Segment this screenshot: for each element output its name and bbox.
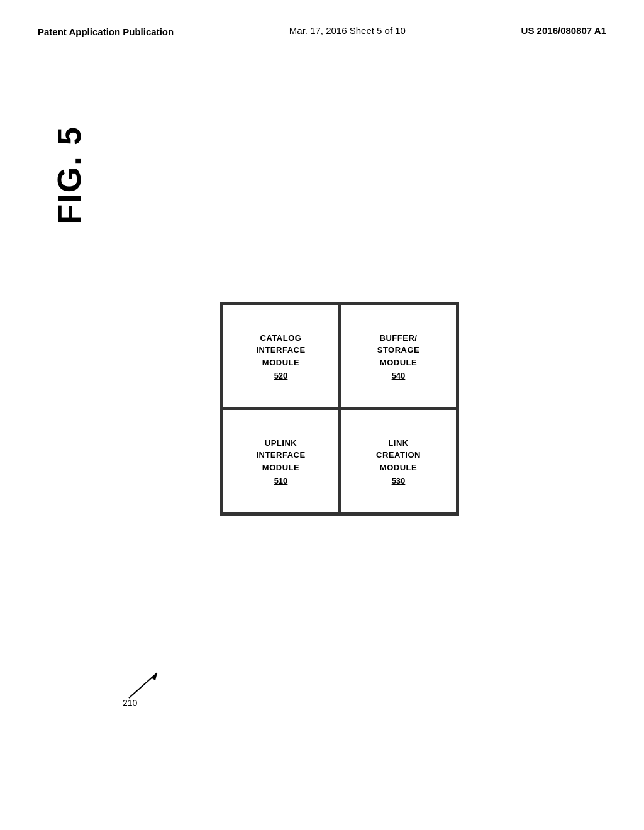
- buffer-storage-module-cell: BUFFER/STORAGEMODULE 540: [340, 304, 457, 409]
- uplink-interface-module-number: 510: [274, 476, 288, 485]
- catalog-interface-module-number: 520: [274, 371, 288, 380]
- diagram-container: CATALOGINTERFACEMODULE 520 BUFFER/STORAG…: [220, 302, 459, 516]
- link-creation-module-cell: LINKCREATIONMODULE 530: [340, 409, 457, 514]
- figure-label: FIG. 5: [50, 126, 88, 224]
- header-date-sheet: Mar. 17, 2016 Sheet 5 of 10: [289, 25, 406, 36]
- svg-marker-1: [151, 673, 157, 680]
- buffer-storage-module-label: BUFFER/STORAGEMODULE: [377, 332, 420, 369]
- page-header: Patent Application Publication Mar. 17, …: [0, 0, 644, 51]
- component-label-210: 210: [123, 698, 137, 708]
- link-creation-module-label: LINKCREATIONMODULE: [376, 437, 421, 474]
- catalog-interface-module-label: CATALOGINTERFACEMODULE: [256, 332, 305, 369]
- header-publication-title: Patent Application Publication: [38, 25, 174, 38]
- header-patent-number: US 2016/080807 A1: [521, 25, 606, 36]
- buffer-storage-module-number: 540: [392, 371, 406, 380]
- diagram-grid: CATALOGINTERFACEMODULE 520 BUFFER/STORAG…: [222, 304, 457, 514]
- uplink-interface-module-label: UPLINKINTERFACEMODULE: [256, 437, 305, 474]
- uplink-interface-module-cell: UPLINKINTERFACEMODULE 510: [222, 409, 340, 514]
- arrow-group: 210: [123, 667, 173, 707]
- link-creation-module-number: 530: [392, 476, 406, 485]
- catalog-interface-module-cell: CATALOGINTERFACEMODULE 520: [222, 304, 340, 409]
